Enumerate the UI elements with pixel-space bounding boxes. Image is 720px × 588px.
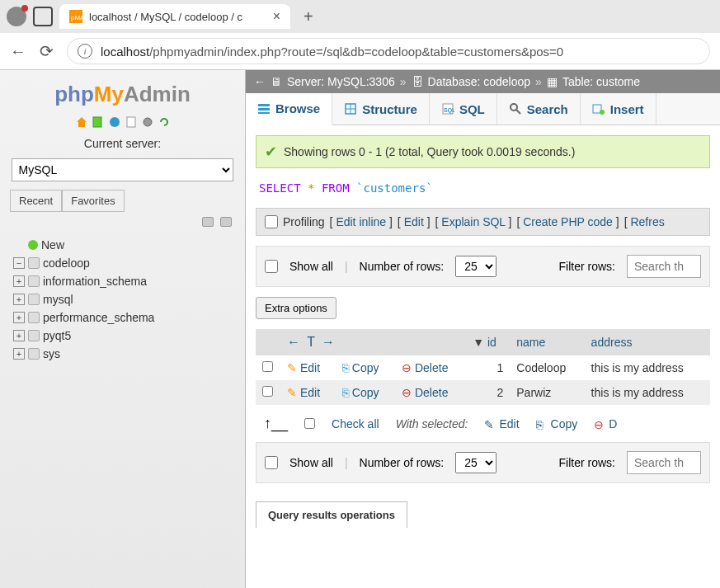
tree-toggle-icon[interactable]: − xyxy=(13,257,25,269)
tree-toggle-icon[interactable]: + xyxy=(13,312,25,323)
tab-overview-icon[interactable] xyxy=(33,7,53,26)
logo[interactable]: phpMyAdmin xyxy=(7,77,238,112)
num-rows-select[interactable]: 25 xyxy=(455,256,496,277)
delete-icon: ⊖ xyxy=(594,418,605,430)
num-rows-select-bottom[interactable]: 25 xyxy=(455,452,496,473)
breadcrumb: ← 🖥 Server: MySQL:3306 » 🗄 Database: cod… xyxy=(246,70,720,93)
current-server-label: Current server: xyxy=(7,132,238,155)
svg-point-15 xyxy=(511,104,517,111)
col-name[interactable]: name xyxy=(510,329,584,355)
tree-new[interactable]: New xyxy=(13,236,232,254)
edit-inline-link[interactable]: Edit inline xyxy=(336,215,386,228)
tree-toggle-icon[interactable]: + xyxy=(13,294,25,305)
favorites-tab[interactable]: Favorites xyxy=(62,190,124,212)
tab-insert[interactable]: Insert xyxy=(581,93,656,125)
settings-icon[interactable] xyxy=(141,115,154,129)
tree-db-pyqt5[interactable]: +pyqt5 xyxy=(13,327,232,345)
tree-db-performance_schema[interactable]: +performance_schema xyxy=(13,308,232,327)
row-edit[interactable]: ✎ Edit xyxy=(287,361,320,374)
filter-rows-input-bottom[interactable] xyxy=(627,451,701,474)
check-all-checkbox[interactable] xyxy=(304,418,315,429)
row-delete[interactable]: ⊖ Delete xyxy=(402,361,448,374)
main-content: ← 🖥 Server: MySQL:3306 » 🗄 Database: cod… xyxy=(246,70,720,588)
url-box[interactable]: i localhost/phpmyadmin/index.php?route=/… xyxy=(67,38,710,64)
browser-chrome: pMA localhost / MySQL / codeloop / c × +… xyxy=(0,0,720,70)
reload-icon[interactable] xyxy=(158,115,171,129)
col-address[interactable]: address xyxy=(585,329,710,355)
edit-link[interactable]: Edit xyxy=(404,215,424,228)
tab-search[interactable]: Search xyxy=(497,93,581,125)
tree-toggle-icon[interactable]: + xyxy=(13,348,25,360)
browse-icon xyxy=(257,102,271,115)
explain-sql-link[interactable]: Explain SQL xyxy=(441,215,505,228)
cell-address: this is my address xyxy=(585,355,710,380)
link-icon[interactable] xyxy=(220,217,232,227)
extra-options-button[interactable]: Extra options xyxy=(256,297,336,319)
server-select[interactable]: MySQL xyxy=(12,158,234,181)
filter-rows-input[interactable] xyxy=(627,255,701,278)
url-text: localhost/phpmyadmin/index.php?route=/sq… xyxy=(101,45,563,59)
tree-db-sys[interactable]: +sys xyxy=(13,345,232,363)
tree-toggle-icon[interactable]: + xyxy=(13,330,25,341)
copy-icon: ⎘ xyxy=(342,361,349,374)
collapse-nav-icon[interactable]: ← xyxy=(254,75,266,88)
svg-rect-5 xyxy=(127,117,135,127)
query-results-operations[interactable]: Query results operations xyxy=(256,501,407,528)
collapse-all-icon[interactable] xyxy=(202,217,214,227)
row-delete[interactable]: ⊖ Delete xyxy=(402,386,448,399)
breadcrumb-table[interactable]: Table: custome xyxy=(562,75,640,88)
back-button[interactable]: ← xyxy=(10,42,26,61)
new-tab-button[interactable]: + xyxy=(297,7,320,26)
recent-tab[interactable]: Recent xyxy=(10,190,62,212)
reload-button[interactable]: ⟳ xyxy=(40,41,54,61)
sql-icon: SQL xyxy=(441,102,454,115)
show-all-checkbox-bottom[interactable] xyxy=(265,456,278,469)
breadcrumb-database[interactable]: Database: codeloop xyxy=(428,75,531,88)
show-all-checkbox[interactable] xyxy=(265,260,278,273)
profiling-checkbox[interactable] xyxy=(265,215,278,228)
tree-db-information_schema[interactable]: +information_schema xyxy=(13,272,232,290)
pencil-icon: ✎ xyxy=(484,418,496,430)
tab-structure[interactable]: Structure xyxy=(332,93,430,125)
pencil-icon: ✎ xyxy=(287,386,297,399)
table-row: ✎ Edit⎘ Copy⊖ Delete2Parwizthis is my ad… xyxy=(256,380,710,405)
browser-tab[interactable]: pMA localhost / MySQL / codeloop / c × xyxy=(59,4,290,29)
row-checkbox[interactable] xyxy=(262,361,273,372)
tab-bar: pMA localhost / MySQL / codeloop / c × + xyxy=(0,0,720,33)
tab-sql[interactable]: SQL SQL xyxy=(430,93,497,125)
profile-avatar[interactable] xyxy=(7,7,26,26)
sql-doc-icon[interactable] xyxy=(125,115,138,129)
row-checkbox[interactable] xyxy=(262,386,273,397)
bulk-delete[interactable]: ⊖D xyxy=(594,417,617,430)
bulk-edit[interactable]: ✎Edit xyxy=(484,417,519,430)
svg-point-4 xyxy=(110,117,120,127)
home-icon[interactable] xyxy=(75,115,88,129)
docs-icon[interactable] xyxy=(108,115,121,129)
sql-query-box[interactable]: SELECT * FROM `customers` xyxy=(256,176,710,200)
close-tab-icon[interactable]: × xyxy=(273,9,280,24)
tree-toggle-icon[interactable]: + xyxy=(13,275,25,287)
row-copy[interactable]: ⎘ Copy xyxy=(342,361,379,374)
filter-rows-label: Filter rows: xyxy=(559,260,615,273)
move-columns-icon[interactable]: ← T → xyxy=(287,335,336,349)
copy-icon: ⎘ xyxy=(536,418,548,430)
tree-db-mysql[interactable]: +mysql xyxy=(13,290,232,308)
phpmyadmin-app: phpMyAdmin Current server: MySQL Recent … xyxy=(0,70,720,588)
breadcrumb-server[interactable]: Server: MySQL:3306 xyxy=(287,75,395,88)
bulk-copy[interactable]: ⎘Copy xyxy=(536,417,578,430)
col-checkbox xyxy=(256,329,280,355)
svg-line-16 xyxy=(516,110,520,114)
tree-db-codeloop[interactable]: −codeloop xyxy=(13,254,232,272)
exit-icon[interactable] xyxy=(92,115,105,129)
svg-point-18 xyxy=(600,110,605,115)
row-edit[interactable]: ✎ Edit xyxy=(287,386,320,399)
col-id[interactable]: ▼ id xyxy=(466,329,510,355)
filter-bar-bottom: Show all | Number of rows: 25 Filter row… xyxy=(256,442,710,483)
refresh-link[interactable]: Refres xyxy=(630,215,664,228)
tab-browse[interactable]: Browse xyxy=(246,93,332,125)
check-all-link[interactable]: Check all xyxy=(332,417,379,430)
database-icon xyxy=(28,275,40,287)
row-copy[interactable]: ⎘ Copy xyxy=(342,386,379,399)
create-php-link[interactable]: Create PHP code xyxy=(523,215,613,228)
site-info-icon[interactable]: i xyxy=(78,44,92,59)
